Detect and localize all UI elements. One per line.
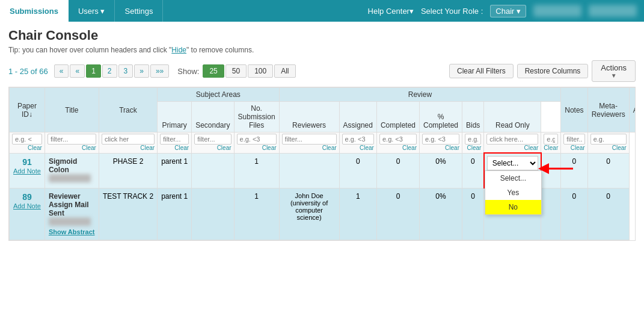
filter-secondary[interactable]: Clear <box>192 132 234 154</box>
nav-tab-users[interactable]: Users ▾ <box>69 0 115 22</box>
page-1[interactable]: 1 <box>86 64 101 78</box>
filter-reviewers-clear[interactable]: Clear <box>282 145 337 151</box>
filter-assig[interactable]: Clear <box>587 132 629 154</box>
filter-assigned[interactable]: Clear <box>339 132 376 154</box>
filter-primary-clear[interactable]: Clear <box>160 145 189 151</box>
filter-paper-id-clear[interactable]: Clear <box>12 145 42 151</box>
filter-track-clear[interactable]: Clear <box>102 145 155 151</box>
hide-link[interactable]: Hide <box>171 46 186 54</box>
filter-paper-id-input[interactable] <box>12 134 42 145</box>
filter-pct-clear[interactable]: Clear <box>422 145 459 151</box>
filter-meta-reviewers-clear[interactable]: Clear <box>563 145 584 151</box>
actions-button[interactable]: Actions ▼ <box>592 60 636 82</box>
add-note-link[interactable]: Add Note <box>13 202 41 210</box>
add-note-link[interactable]: Add Note <box>13 167 41 175</box>
cell-primary: parent 1 <box>158 188 192 240</box>
filter-reviewers-input[interactable] <box>282 134 337 145</box>
filter-pct[interactable]: Clear <box>419 132 462 154</box>
clear-all-filters-button[interactable]: Clear All Filters <box>449 64 514 78</box>
filter-files-clear[interactable]: Clear <box>237 145 277 151</box>
cell-pct-completed: 0% <box>419 188 462 240</box>
filter-notes-input[interactable] <box>544 134 558 145</box>
pagination-buttons: « « 1 2 3 » »» <box>54 64 169 78</box>
filter-title[interactable]: Clear <box>44 132 99 154</box>
filter-primary-input[interactable] <box>160 134 189 145</box>
actions-dropdown-arrow: ▼ <box>611 72 617 79</box>
filter-reviewers[interactable]: Clear <box>279 132 339 154</box>
read-only-select[interactable]: Select... <box>487 156 538 170</box>
toolbar: 1 - 25 of 66 « « 1 2 3 » »» Show: 25 50 … <box>8 60 636 82</box>
nav-tab-submissions[interactable]: Submissions <box>0 0 69 22</box>
data-table-wrapper: PaperID↓ Title Track Subject Areas Revie… <box>8 87 636 241</box>
paper-id-number[interactable]: 91 <box>22 157 32 167</box>
filter-track[interactable]: Clear <box>99 132 157 154</box>
show-abstract-link[interactable]: Show Abstract <box>49 228 95 235</box>
tab-label: Settings <box>124 7 153 16</box>
show-50[interactable]: 50 <box>225 64 247 78</box>
filter-assigned-input[interactable] <box>342 134 374 145</box>
role-selector[interactable]: Chair ▾ <box>490 5 526 17</box>
cell-track: TEST TRACK 2 <box>99 188 157 240</box>
cell-completed: 0 <box>376 188 419 240</box>
filter-title-input[interactable] <box>48 134 96 145</box>
table-row: 91 Add Note Sigmoid Colon PHASE 2 parent… <box>10 153 636 188</box>
filter-meta-reviewers-input[interactable] <box>563 134 584 145</box>
show-100[interactable]: 100 <box>248 64 273 78</box>
filter-secondary-clear[interactable]: Clear <box>194 145 231 151</box>
filter-completed[interactable]: Clear <box>376 132 419 154</box>
filter-assig-input[interactable] <box>590 134 627 145</box>
col-meta-reviewers: Meta-Reviewers <box>587 88 629 132</box>
cell-assig: 0 <box>587 188 629 240</box>
filter-read-only[interactable]: Clear <box>484 132 541 154</box>
filter-notes[interactable]: Clear <box>541 132 561 154</box>
page-2[interactable]: 2 <box>102 64 117 78</box>
filter-title-clear[interactable]: Clear <box>48 145 96 151</box>
paper-id-number[interactable]: 89 <box>22 192 32 202</box>
filter-secondary-input[interactable] <box>194 134 231 145</box>
paper-title: Sigmoid Colon <box>49 157 77 174</box>
page-prev[interactable]: « <box>70 64 85 78</box>
filter-paper-id[interactable]: Clear <box>10 132 45 154</box>
filter-bids[interactable]: Clear <box>462 132 484 154</box>
filter-track-input[interactable] <box>102 134 155 145</box>
filter-meta-reviewers[interactable]: Clear <box>561 132 587 154</box>
dropdown-option-no[interactable]: No <box>485 200 541 214</box>
user-action-blurred <box>589 5 637 17</box>
filter-assigned-clear[interactable]: Clear <box>342 145 374 151</box>
filter-assig-clear[interactable]: Clear <box>590 145 627 151</box>
tip-text: Tip: you can hover over column headers a… <box>8 46 636 54</box>
col-completed: Completed <box>376 102 419 132</box>
show-25[interactable]: 25 <box>203 64 224 78</box>
restore-columns-button[interactable]: Restore Columns <box>517 64 589 78</box>
page-last[interactable]: »» <box>150 64 169 78</box>
cell-bids: 0 <box>462 153 484 188</box>
help-center-link[interactable]: Help Center▾ <box>368 7 414 16</box>
filter-bids-clear[interactable]: Clear <box>465 145 481 151</box>
page-content: Chair Console Tip: you can hover over co… <box>0 22 644 247</box>
cell-secondary <box>192 153 234 188</box>
col-secondary: Secondary <box>192 102 234 132</box>
page-3[interactable]: 3 <box>118 64 133 78</box>
dropdown-option-select[interactable]: Select... <box>485 171 541 185</box>
filter-read-only-input[interactable] <box>486 134 538 145</box>
col-files: No.SubmissionFiles <box>234 102 279 132</box>
filter-completed-clear[interactable]: Clear <box>379 145 417 151</box>
filter-bids-input[interactable] <box>465 134 481 145</box>
filter-read-only-clear[interactable]: Clear <box>486 145 538 151</box>
read-only-dropdown-overlay: Select... Yes No <box>485 170 542 215</box>
filter-primary[interactable]: Clear <box>158 132 192 154</box>
actions-label: Actions <box>601 63 627 72</box>
show-label: Show: <box>177 67 199 76</box>
show-all[interactable]: All <box>274 64 295 78</box>
filter-files[interactable]: Clear <box>234 132 279 154</box>
filter-completed-input[interactable] <box>379 134 417 145</box>
filter-notes-clear[interactable]: Clear <box>544 145 558 151</box>
show-options: 25 50 100 All <box>203 64 295 78</box>
cell-read-only-dropdown[interactable]: Select... Select... Yes No <box>484 153 541 188</box>
dropdown-option-yes[interactable]: Yes <box>485 185 541 200</box>
filter-pct-input[interactable] <box>422 134 459 145</box>
page-next[interactable]: » <box>134 64 149 78</box>
page-first[interactable]: « <box>54 64 69 78</box>
nav-tab-settings[interactable]: Settings <box>115 0 163 22</box>
filter-files-input[interactable] <box>237 134 277 145</box>
